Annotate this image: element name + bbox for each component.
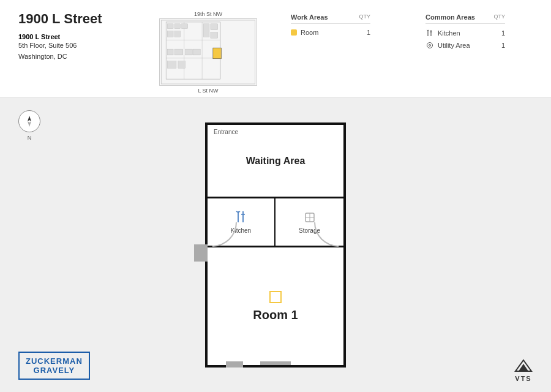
room-section: Room 1 xyxy=(208,247,343,365)
floorplan: Entrance Waiting Area Kitchen xyxy=(205,123,346,368)
brand-line2: GRAVELY xyxy=(26,366,83,375)
svg-rect-19 xyxy=(211,24,218,30)
svg-marker-28 xyxy=(28,116,31,121)
kitchen-door-arc xyxy=(212,222,237,247)
svg-rect-15 xyxy=(167,61,176,69)
room-label: Room 1 xyxy=(253,308,298,322)
side-protrusion xyxy=(194,244,208,262)
svg-rect-18 xyxy=(203,24,209,37)
kitchen-cell: Kitchen xyxy=(208,198,276,246)
entrance-section: Entrance Waiting Area xyxy=(208,125,343,198)
bottom-protrusion xyxy=(226,361,243,368)
vts-logo: VTS xyxy=(514,359,533,382)
room-dot xyxy=(291,29,297,36)
svg-rect-9 xyxy=(182,24,188,29)
address-bold: 1900 L Street xyxy=(18,33,141,40)
svg-rect-13 xyxy=(174,49,183,55)
legend-item-utility: Utility Area 1 xyxy=(425,41,505,50)
svg-rect-20 xyxy=(211,32,218,39)
minimap-image xyxy=(159,18,257,86)
svg-rect-11 xyxy=(174,31,181,37)
legend: Work Areas QTY Room 1 Common Areas QTY xyxy=(263,11,533,53)
svg-rect-14 xyxy=(186,49,193,55)
brand-logo: ZUCKERMAN GRAVELY xyxy=(18,352,90,380)
compass-north-label: N xyxy=(28,135,32,141)
header: 1900 L Street 1900 L Street 5th Floor, S… xyxy=(0,0,551,98)
svg-rect-7 xyxy=(167,24,173,29)
svg-rect-10 xyxy=(167,31,173,37)
bottom-door xyxy=(260,361,291,365)
utility-legend-icon xyxy=(425,41,434,50)
building-title: 1900 L Street xyxy=(18,11,141,27)
minimap-label-top: 19th St NW xyxy=(194,11,222,17)
work-areas-title: Work Areas QTY xyxy=(291,13,370,24)
common-areas-legend: Common Areas QTY Kitchen 1 xyxy=(425,13,505,53)
entrance-label: Entrance xyxy=(214,129,238,135)
storage-cell: Storage xyxy=(276,198,343,246)
svg-rect-16 xyxy=(178,61,186,69)
svg-rect-8 xyxy=(174,24,181,29)
brand-line1: ZUCKERMAN xyxy=(26,356,83,366)
compass: N xyxy=(18,110,40,132)
room-icon xyxy=(269,291,282,303)
storage-door-arc xyxy=(314,222,339,247)
svg-point-26 xyxy=(427,43,433,48)
minimap-container: 19th St NW xyxy=(153,11,263,94)
waiting-area-label: Waiting Area xyxy=(246,156,305,167)
svg-marker-29 xyxy=(28,121,31,127)
work-areas-legend: Work Areas QTY Room 1 xyxy=(291,13,370,53)
middle-section: Kitchen Storage xyxy=(208,198,343,247)
kitchen-legend-icon xyxy=(425,29,434,37)
legend-item-room: Room 1 xyxy=(291,29,370,36)
header-left: 1900 L Street 1900 L Street 5th Floor, S… xyxy=(18,11,141,62)
legend-item-kitchen: Kitchen 1 xyxy=(425,29,505,37)
vts-icon xyxy=(514,359,533,374)
address-line3: Washington, DC xyxy=(18,51,141,62)
common-areas-title: Common Areas QTY xyxy=(425,13,505,24)
vts-text: VTS xyxy=(515,375,531,382)
compass-circle xyxy=(18,110,40,132)
address-line2: 5th Floor, Suite 506 xyxy=(18,40,141,51)
main-area: N Entrance Waiting Area xyxy=(0,98,551,392)
svg-point-27 xyxy=(429,45,431,47)
minimap-label-bottom: L St NW xyxy=(198,88,218,94)
svg-rect-12 xyxy=(167,49,173,55)
svg-rect-17 xyxy=(193,49,200,55)
